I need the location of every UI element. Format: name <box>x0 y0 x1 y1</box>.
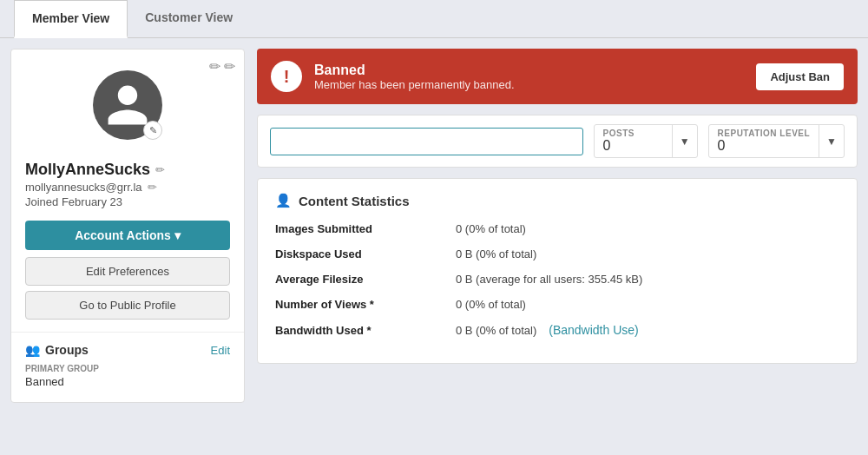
posts-dropdown-arrow[interactable]: ▼ <box>672 125 697 157</box>
joined-label: Joined February 23 <box>25 195 230 208</box>
content-stats-title: 👤 Content Statistics <box>275 193 839 208</box>
diskspace-used-value: 0 B (0% of total) <box>456 247 536 260</box>
images-submitted-label: Images Submitted <box>275 222 449 235</box>
images-submitted-row: Images Submitted 0 (0% of total) <box>275 222 839 235</box>
bandwidth-used-label: Bandwidth Used * <box>275 324 449 337</box>
reputation-value: 0 <box>718 138 811 154</box>
edit-preferences-button[interactable]: Edit Preferences <box>25 257 230 286</box>
posts-label: POSTS <box>603 129 663 138</box>
avatar-section: ✏ ✏ ✎ <box>11 49 244 161</box>
number-of-views-label: Number of Views * <box>275 298 449 311</box>
content-statistics-panel: 👤 Content Statistics Images Submitted 0 … <box>257 178 858 364</box>
user-info: MollyAnneSucks ✏ mollyannesucks@grr.la ✏… <box>11 161 244 208</box>
reputation-stat-box: REPUTATION LEVEL 0 ▼ <box>708 124 845 158</box>
groups-section: 👥 Groups Edit PRIMARY GROUP Banned <box>11 332 244 388</box>
number-of-views-row: Number of Views * 0 (0% of total) <box>275 298 839 311</box>
bandwidth-use-link[interactable]: (Bandwidth Use) <box>549 323 639 337</box>
groups-edit-link[interactable]: Edit <box>211 344 230 357</box>
email-label: mollyannesucks@grr.la <box>25 181 142 194</box>
reputation-dropdown-arrow[interactable]: ▼ <box>819 125 844 157</box>
number-of-views-value: 0 (0% of total) <box>456 298 526 311</box>
posts-stat-box: POSTS 0 ▼ <box>594 124 698 158</box>
bandwidth-used-value: 0 B (0% of total) <box>456 324 536 337</box>
email-edit-icon[interactable]: ✏ <box>148 181 157 194</box>
ban-title: Banned <box>314 63 744 78</box>
main-layout: ✏ ✏ ✎ MollyAnneSucks ✏ mollyannesucks@gr… <box>0 38 868 413</box>
avatar: ✎ <box>93 70 162 140</box>
diskspace-used-row: Diskspace Used 0 B (0% of total) <box>275 247 839 260</box>
groups-icon: 👥 <box>25 343 40 357</box>
average-filesize-row: Average Filesize 0 B (average for all us… <box>275 273 839 286</box>
bandwidth-used-row: Bandwidth Used * 0 B (0% of total) (Band… <box>275 323 839 337</box>
groups-title: 👥 Groups <box>25 343 89 357</box>
account-actions-button[interactable]: Account Actions ▾ <box>25 221 230 250</box>
avatar-top-edit-icon[interactable]: ✏ ✏ <box>209 58 235 75</box>
images-submitted-value: 0 (0% of total) <box>456 222 526 235</box>
primary-group-value: Banned <box>11 373 244 388</box>
sidebar: ✏ ✏ ✎ MollyAnneSucks ✏ mollyannesucks@gr… <box>10 49 245 403</box>
go-to-public-profile-button[interactable]: Go to Public Profile <box>25 291 230 320</box>
content-stats-icon: 👤 <box>275 193 292 208</box>
groups-header: 👥 Groups Edit <box>11 343 244 357</box>
tabs-bar: Member View Customer View <box>0 0 868 38</box>
stats-row: POSTS 0 ▼ REPUTATION LEVEL 0 ▼ <box>257 115 858 168</box>
adjust-ban-button[interactable]: Adjust Ban <box>756 63 844 90</box>
posts-value: 0 <box>603 138 663 154</box>
username-edit-icon[interactable]: ✏ <box>155 163 165 176</box>
average-filesize-label: Average Filesize <box>275 273 449 286</box>
reputation-label: REPUTATION LEVEL <box>718 129 811 138</box>
content-area: ! Banned Member has been permanently ban… <box>257 49 858 364</box>
ban-subtitle: Member has been permanently banned. <box>314 78 744 91</box>
diskspace-used-label: Diskspace Used <box>275 247 449 260</box>
ban-warning-icon: ! <box>271 61 302 92</box>
avatar-edit-badge[interactable]: ✎ <box>143 121 162 140</box>
average-filesize-value: 0 B (average for all users: 355.45 kB) <box>456 273 642 286</box>
primary-group-label: PRIMARY GROUP <box>11 364 244 373</box>
ban-text-block: Banned Member has been permanently banne… <box>314 63 744 91</box>
username-label: MollyAnneSucks <box>25 161 150 179</box>
tab-member-view[interactable]: Member View <box>14 0 128 38</box>
user-silhouette-icon <box>103 81 152 129</box>
tab-customer-view[interactable]: Customer View <box>128 0 250 37</box>
ban-alert: ! Banned Member has been permanently ban… <box>257 49 858 104</box>
search-input[interactable] <box>270 128 583 155</box>
